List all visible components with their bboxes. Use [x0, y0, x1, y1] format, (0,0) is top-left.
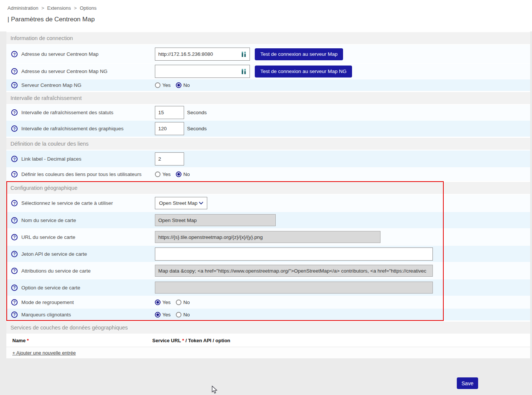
help-icon[interactable]: ? — [11, 268, 18, 274]
radio-yes[interactable] — [155, 312, 160, 317]
row-mode-regroupement: ? Mode de regroupement Yes No — [6, 296, 530, 309]
add-new-entry-link[interactable]: + Ajouter une nouvelle entrée — [12, 350, 76, 356]
help-icon[interactable]: ? — [11, 312, 18, 318]
section-header-refresh: Intervalle de rafraîchissement — [6, 91, 530, 105]
map-ng-radio-group: Yes No — [155, 82, 195, 88]
map-server-address-input[interactable] — [155, 48, 250, 61]
blinking-markers-radio-group: Yes No — [155, 312, 195, 317]
row-option-service: ? Option de service de carte — [6, 279, 530, 296]
help-icon[interactable]: ? — [11, 156, 18, 162]
page-title: | Paramètres de Centreon Map — [7, 16, 532, 23]
test-connection-map-button[interactable]: Test de connexion au serveur Map — [255, 48, 343, 60]
row-jeton-api: ? Jeton API de service de carte — [6, 246, 530, 262]
field-label: Option de service de carte — [21, 285, 80, 291]
radio-no[interactable] — [176, 300, 181, 305]
test-connection-map-ng-button[interactable]: Test de connexion au serveur Map NG — [255, 66, 352, 78]
radio-no[interactable] — [176, 82, 181, 88]
field-label: URL du service de carte — [21, 234, 75, 240]
field-label: Marqueurs clignotants — [21, 312, 71, 317]
section-header-link-color: Définition de la couleur des liens — [6, 137, 530, 151]
row-definir-couleurs: ? Définir les couleurs des liens pour to… — [6, 168, 530, 181]
radio-yes[interactable] — [155, 82, 160, 88]
help-icon[interactable]: ? — [11, 68, 18, 75]
help-icon[interactable]: ? — [11, 217, 18, 224]
field-label: Intervalle de rafraîchissement des graph… — [21, 126, 123, 131]
map-service-select-value: Open Street Map — [159, 200, 198, 206]
api-token-input[interactable] — [155, 247, 433, 261]
graph-refresh-interval-input[interactable] — [155, 122, 184, 135]
field-label: Sélectionnez le service de carte à utili… — [21, 200, 113, 206]
decimal-places-input[interactable] — [155, 152, 184, 165]
column-header-name: Name — [12, 338, 25, 343]
clustering-radio-group: Yes No — [155, 300, 195, 305]
breadcrumb-item-options[interactable]: Options — [80, 5, 97, 11]
radio-yes-label: Yes — [162, 82, 171, 88]
help-icon[interactable]: ? — [11, 109, 18, 116]
field-label: Adresse du serveur Centreon Map — [21, 51, 98, 57]
attributions-input — [155, 265, 433, 277]
row-adresse-serveur-map: ? Adresse du serveur Centreon Map Test d… — [6, 45, 530, 64]
row-link-label-decimal: ? Link label - Decimal places — [6, 151, 530, 168]
page-header: Administration > Extensions > Options | … — [0, 0, 532, 31]
column-header-service-url: Service URL — [152, 338, 182, 343]
field-label: Link label - Decimal places — [21, 156, 82, 162]
help-icon[interactable]: ? — [11, 285, 18, 291]
radio-no-label: No — [183, 300, 190, 305]
row-serveur-map-ng: ? Serveur Centreon Map NG Yes No — [6, 79, 530, 91]
help-icon[interactable]: ? — [11, 251, 18, 257]
field-label: Adresse du serveur Centreon Map NG — [21, 69, 107, 74]
section-header-geo: Configuration géographique — [6, 181, 530, 195]
status-refresh-interval-input[interactable] — [155, 106, 184, 119]
breadcrumb: Administration > Extensions > Options — [7, 5, 532, 11]
autofill-extension-icon[interactable] — [242, 69, 247, 75]
radio-yes-label: Yes — [162, 171, 171, 177]
breadcrumb-separator: > — [41, 5, 44, 11]
layer-services-table-header: Name * Service URL * / Token API / optio… — [6, 334, 530, 347]
map-service-select[interactable]: Open Street Map — [155, 197, 207, 209]
row-url-service: ? URL du service de carte — [6, 229, 530, 246]
radio-yes[interactable] — [155, 300, 160, 305]
radio-yes-label: Yes — [162, 312, 171, 317]
row-nom-service: ? Nom du service de carte — [6, 212, 530, 229]
help-icon[interactable]: ? — [11, 200, 18, 206]
field-label: Serveur Centreon Map NG — [21, 82, 82, 88]
row-refresh-statuts: ? Intervalle de rafraîchissement des sta… — [6, 105, 530, 121]
row-attributions: ? Attributions du service de carte — [6, 262, 530, 279]
map-service-name-input — [155, 214, 276, 226]
help-icon[interactable]: ? — [11, 51, 18, 57]
radio-no-label: No — [183, 171, 190, 177]
row-refresh-graphiques: ? Intervalle de rafraîchissement des gra… — [6, 121, 530, 137]
chevron-down-icon — [199, 201, 204, 205]
field-label: Jeton API de service de carte — [21, 251, 87, 257]
row-select-map-service: ? Sélectionnez le service de carte à uti… — [6, 195, 530, 212]
section-header-connection: Information de connection — [6, 31, 530, 45]
row-adresse-serveur-map-ng: ? Adresse du serveur Centreon Map NG Tes… — [6, 64, 530, 79]
radio-no-label: No — [183, 312, 190, 317]
map-service-url-input — [155, 231, 380, 243]
help-icon[interactable]: ? — [11, 125, 18, 132]
radio-yes[interactable] — [155, 171, 160, 177]
field-label: Intervalle de rafraîchissement des statu… — [21, 110, 113, 115]
help-icon[interactable]: ? — [11, 299, 18, 306]
options-form: Information de connection ? Adresse du s… — [6, 31, 530, 358]
breadcrumb-item-extensions[interactable]: Extensions — [47, 5, 71, 11]
field-label: Nom du service de carte — [21, 218, 76, 223]
map-ng-server-address-input[interactable] — [155, 65, 250, 78]
help-icon[interactable]: ? — [11, 171, 18, 177]
radio-no[interactable] — [176, 312, 181, 317]
autofill-extension-icon[interactable] — [242, 51, 247, 57]
radio-yes-label: Yes — [162, 300, 171, 305]
save-button[interactable]: Save — [457, 377, 478, 389]
seconds-suffix: Seconds — [187, 126, 207, 131]
breadcrumb-item-administration[interactable]: Administration — [7, 5, 38, 11]
seconds-suffix: Seconds — [187, 110, 207, 115]
breadcrumb-separator: > — [74, 5, 77, 11]
section-header-layer-services: Services de couches de données géographi… — [6, 321, 530, 334]
radio-no[interactable] — [176, 171, 181, 177]
help-icon[interactable]: ? — [11, 234, 18, 240]
add-entry-row: + Ajouter une nouvelle entrée — [6, 347, 530, 358]
mouse-cursor — [212, 386, 218, 395]
service-option-input — [155, 282, 433, 294]
geo-config-section: Configuration géographique ? Sélectionne… — [6, 181, 530, 321]
help-icon[interactable]: ? — [11, 82, 18, 88]
